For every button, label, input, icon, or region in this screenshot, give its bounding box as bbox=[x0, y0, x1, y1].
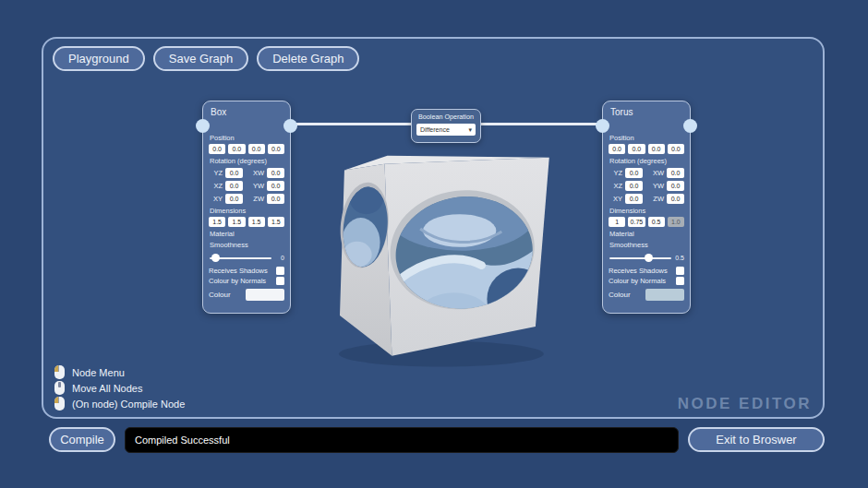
receives-shadows-label: Receives Shadows bbox=[209, 267, 268, 275]
rotation-axis-label: ZW bbox=[650, 195, 664, 203]
material-label: Material bbox=[609, 230, 684, 238]
legend-label: Node Menu bbox=[72, 367, 125, 378]
smoothness-label: Smoothness bbox=[609, 241, 684, 249]
dimension-input[interactable] bbox=[648, 217, 665, 227]
dimension-input[interactable] bbox=[628, 217, 645, 227]
colour-label: Colour bbox=[209, 291, 231, 299]
box-node-title: Box bbox=[211, 107, 284, 117]
selected-operation: Difference bbox=[420, 126, 450, 133]
toolbar: Playground Save Graph Delete Graph bbox=[53, 46, 359, 71]
rotation-input[interactable] bbox=[625, 181, 643, 191]
rotation-input[interactable] bbox=[225, 168, 243, 178]
rotation-axis-label: XZ bbox=[209, 182, 223, 190]
smoothness-slider: 0 bbox=[209, 253, 284, 264]
save-graph-button[interactable]: Save Graph bbox=[153, 46, 248, 71]
bottom-bar: Compile Exit to Broswer bbox=[49, 427, 825, 453]
compile-button[interactable]: Compile bbox=[49, 427, 115, 452]
node-canvas[interactable]: Playground Save Graph Delete Graph bbox=[42, 37, 825, 419]
rotation-axis-label: ZW bbox=[250, 195, 264, 203]
rotation-label: Rotation (degrees) bbox=[609, 157, 684, 165]
rotation-input[interactable] bbox=[667, 194, 684, 204]
app-watermark: NODE EDITOR bbox=[678, 395, 812, 413]
rotation-axis-label: XY bbox=[209, 195, 223, 203]
dimension-input[interactable] bbox=[209, 217, 225, 227]
rotation-input[interactable] bbox=[267, 194, 284, 204]
dimension-input[interactable] bbox=[248, 217, 265, 227]
colour-label: Colour bbox=[609, 291, 631, 299]
compile-status-field[interactable] bbox=[125, 427, 679, 453]
torus-input-port[interactable] bbox=[596, 119, 609, 133]
dimension-input[interactable] bbox=[268, 217, 284, 227]
smoothness-label: Smoothness bbox=[210, 241, 284, 249]
rotation-input[interactable] bbox=[625, 194, 643, 204]
rotation-input[interactable] bbox=[225, 181, 243, 191]
legend-item: Move All Nodes bbox=[54, 380, 185, 396]
boolean-operation-title: Boolean Operation bbox=[416, 113, 476, 121]
position-label: Position bbox=[609, 134, 684, 142]
rotation-input[interactable] bbox=[267, 181, 284, 191]
position-input[interactable] bbox=[209, 144, 225, 154]
rotation-label: Rotation (degrees) bbox=[210, 157, 284, 165]
receives-shadows-label: Receives Shadows bbox=[609, 267, 668, 275]
rotation-axis-label: XW bbox=[250, 169, 264, 177]
rotation-axis-label: YZ bbox=[209, 169, 223, 177]
torus-node[interactable]: Torus Position Rotation (degrees) YZ XW … bbox=[602, 101, 691, 314]
position-input[interactable] bbox=[248, 144, 265, 154]
legend-item: (On node) Compile Node bbox=[54, 396, 185, 411]
mouse-controls-legend: Node Menu Move All Nodes (On node) Compi… bbox=[54, 364, 185, 411]
colour-swatch[interactable] bbox=[645, 289, 684, 301]
legend-label: (On node) Compile Node bbox=[72, 399, 185, 410]
colour-by-normals-checkbox[interactable] bbox=[676, 277, 684, 285]
legend-label: Move All Nodes bbox=[72, 383, 142, 394]
slider-thumb[interactable] bbox=[211, 254, 220, 262]
rotation-input[interactable] bbox=[267, 168, 284, 178]
slider-thumb[interactable] bbox=[645, 254, 653, 262]
dimension-input-disabled bbox=[668, 217, 684, 227]
rotation-axis-label: YW bbox=[250, 182, 264, 190]
position-input[interactable] bbox=[268, 144, 284, 154]
position-input[interactable] bbox=[648, 144, 665, 154]
receives-shadows-checkbox[interactable] bbox=[676, 267, 684, 275]
colour-by-normals-label: Colour by Normals bbox=[209, 277, 266, 285]
colour-swatch[interactable] bbox=[246, 289, 284, 301]
dimensions-label: Dimensions bbox=[609, 207, 684, 215]
colour-by-normals-checkbox[interactable] bbox=[276, 277, 284, 285]
delete-graph-button[interactable]: Delete Graph bbox=[257, 46, 359, 71]
rotation-axis-label: XY bbox=[609, 195, 622, 203]
position-input[interactable] bbox=[668, 144, 684, 154]
dimensions-label: Dimensions bbox=[210, 207, 284, 215]
position-input[interactable] bbox=[628, 144, 645, 154]
position-input[interactable] bbox=[609, 144, 625, 154]
render-viewport bbox=[43, 39, 823, 417]
box-node[interactable]: Box Position Rotation (degrees) YZ XW XZ… bbox=[202, 101, 291, 314]
rotation-axis-label: YW bbox=[650, 182, 664, 190]
mouse-scroll-wheel-icon bbox=[54, 381, 65, 395]
playground-button[interactable]: Playground bbox=[53, 46, 145, 71]
legend-item: Node Menu bbox=[54, 364, 185, 380]
exit-to-browser-button[interactable]: Exit to Broswer bbox=[688, 427, 825, 452]
mouse-left-button-icon bbox=[54, 365, 65, 379]
dimension-input[interactable] bbox=[609, 217, 625, 227]
receives-shadows-checkbox[interactable] bbox=[276, 267, 284, 275]
boolean-operation-select[interactable]: Difference ▾ bbox=[416, 124, 476, 136]
chevron-down-icon: ▾ bbox=[468, 126, 472, 134]
box-input-port[interactable] bbox=[196, 119, 210, 133]
smoothness-value: 0 bbox=[281, 255, 284, 261]
position-input[interactable] bbox=[228, 144, 245, 154]
boolean-operation-node[interactable]: Boolean Operation Difference ▾ bbox=[411, 109, 481, 143]
rotation-axis-label: XZ bbox=[609, 182, 622, 190]
rotation-input[interactable] bbox=[667, 168, 684, 178]
smoothness-value: 0.5 bbox=[675, 255, 684, 261]
dimension-input[interactable] bbox=[228, 217, 245, 227]
material-label: Material bbox=[210, 230, 284, 238]
smoothness-slider: 0.5 bbox=[609, 253, 684, 264]
rotation-input[interactable] bbox=[225, 194, 243, 204]
rotation-input[interactable] bbox=[625, 168, 643, 178]
torus-output-port[interactable] bbox=[683, 119, 697, 133]
rotation-input[interactable] bbox=[667, 181, 684, 191]
box-output-port[interactable] bbox=[283, 119, 297, 133]
mouse-left-button-icon bbox=[54, 397, 65, 411]
rotation-axis-label: YZ bbox=[609, 169, 622, 177]
rotation-axis-label: XW bbox=[650, 169, 664, 177]
slider-track[interactable] bbox=[609, 257, 671, 259]
